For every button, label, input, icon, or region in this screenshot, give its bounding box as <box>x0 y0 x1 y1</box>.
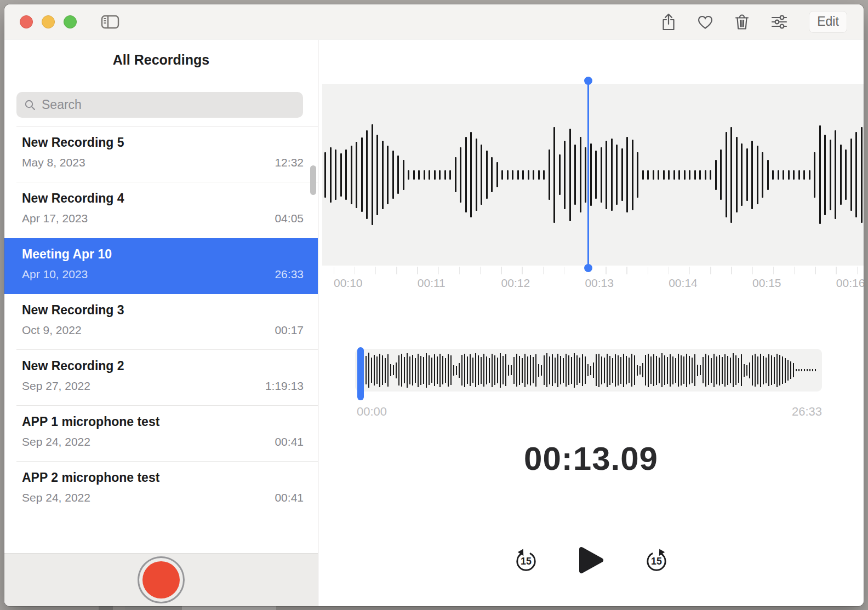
waveform-bar <box>694 170 696 180</box>
overview-bar <box>429 355 430 385</box>
favorite-button[interactable] <box>697 14 713 30</box>
overview-bar <box>385 358 386 383</box>
overview-bar <box>746 365 747 376</box>
overview-bar <box>744 364 745 377</box>
waveform-bar <box>496 162 498 187</box>
tick-mark <box>815 267 816 274</box>
waveform-bar <box>434 170 436 180</box>
sidebar-title: All Recordings <box>4 52 318 68</box>
list-item[interactable]: Meeting Apr 10Apr 10, 202326:33 <box>4 238 318 294</box>
recording-name: New Recording 2 <box>22 359 304 373</box>
waveform-bar <box>590 143 592 206</box>
overview-bar <box>366 356 367 384</box>
overview-bar <box>552 354 553 386</box>
overview-bar <box>513 357 515 384</box>
overview-bar <box>804 369 805 371</box>
sidebar-divider <box>318 40 318 606</box>
overview-bar <box>423 357 424 384</box>
timeline-label: 00:10 <box>334 277 363 290</box>
share-button[interactable] <box>661 13 676 31</box>
list-item[interactable]: New Recording 2Sep 27, 20221:19:13 <box>4 350 318 406</box>
minimize-window-button[interactable] <box>42 15 55 28</box>
recording-name: APP 1 microphone test <box>22 415 304 429</box>
list-item[interactable]: APP 1 microphone testSep 24, 202200:41 <box>4 406 318 462</box>
waveform-bar <box>444 170 446 180</box>
transport-controls: 15 15 <box>318 545 864 576</box>
overview-bar <box>785 358 786 383</box>
overview-bar <box>530 355 531 385</box>
overview-bar <box>631 354 632 387</box>
overview-scrubber-handle[interactable] <box>357 347 364 400</box>
timeline-label: 00:13 <box>585 277 614 290</box>
share-icon <box>661 13 676 31</box>
list-item[interactable]: New Recording 5May 8, 202312:32 <box>4 126 318 182</box>
waveform-bar <box>366 130 368 219</box>
waveform-bar <box>720 149 722 200</box>
waveform-bar <box>726 132 727 217</box>
overview-bar <box>620 357 621 384</box>
overview-bar <box>544 355 545 385</box>
delete-button[interactable] <box>734 13 750 31</box>
overview-bar <box>703 357 704 383</box>
waveform-bar <box>543 170 545 180</box>
overview-bar <box>470 354 471 386</box>
skip-forward-15-button[interactable]: 15 <box>644 548 669 573</box>
recording-duration: 1:19:13 <box>265 379 304 393</box>
overview-bar <box>661 353 663 387</box>
waveform-bar <box>476 139 477 211</box>
playback-settings-button[interactable] <box>770 14 788 30</box>
play-button[interactable] <box>577 545 606 576</box>
overview-bar <box>418 354 419 387</box>
waveform-bar <box>392 151 394 199</box>
edit-button[interactable]: Edit <box>809 11 847 33</box>
waveform-bar <box>491 157 493 192</box>
search-input[interactable] <box>42 97 295 112</box>
list-item[interactable]: New Recording 3Oct 9, 202200:17 <box>4 294 318 350</box>
overview-bar <box>579 358 580 383</box>
skip-back-15-button[interactable]: 15 <box>513 548 539 573</box>
overview-bar <box>809 369 810 371</box>
overview-bar <box>516 354 517 387</box>
overview-bar <box>659 358 660 383</box>
recording-date: May 8, 2023 <box>22 156 85 169</box>
overview-bar <box>637 365 638 376</box>
playhead-top-dot[interactable] <box>584 77 592 85</box>
record-button[interactable] <box>138 556 185 603</box>
waveform-bar <box>730 127 732 223</box>
waveform-bar <box>850 139 852 211</box>
waveform-bar <box>736 137 738 212</box>
tick-mark <box>417 267 418 274</box>
waveform-bar <box>767 160 769 190</box>
waveform-bar <box>512 170 513 180</box>
overview-bar <box>812 369 813 371</box>
overview-bar <box>393 365 394 375</box>
list-item[interactable]: New Recording 4Apr 17, 202304:05 <box>4 182 318 238</box>
search-field[interactable] <box>16 92 303 118</box>
list-item[interactable]: APP 2 microphone testSep 24, 202200:41 <box>4 462 318 517</box>
waveform-bar <box>413 170 415 180</box>
overview-bar <box>415 358 416 383</box>
tick-mark <box>501 267 502 274</box>
overview-bar <box>500 353 501 388</box>
sidebar-toggle-button[interactable] <box>101 14 119 30</box>
playhead-bottom-dot[interactable] <box>584 264 592 272</box>
scrollbar-thumb[interactable] <box>310 165 316 195</box>
overview-bar <box>549 356 550 384</box>
playhead[interactable] <box>587 80 589 268</box>
close-window-button[interactable] <box>20 15 33 28</box>
overview-bar <box>642 363 643 377</box>
waveform-bar <box>486 151 488 199</box>
overview-bar <box>382 355 383 385</box>
waveform-bar <box>564 141 566 209</box>
overview-bar <box>609 356 610 385</box>
overview-bar <box>689 356 690 384</box>
tick-mark <box>396 267 397 274</box>
heart-icon <box>697 14 713 30</box>
overview-bar <box>711 358 712 383</box>
overview-bar <box>656 356 657 385</box>
waveform-bar <box>481 145 482 205</box>
waveform-bar <box>798 170 800 180</box>
waveform-bar <box>522 170 524 180</box>
waveform-bar <box>585 147 586 203</box>
zoom-window-button[interactable] <box>64 15 77 28</box>
